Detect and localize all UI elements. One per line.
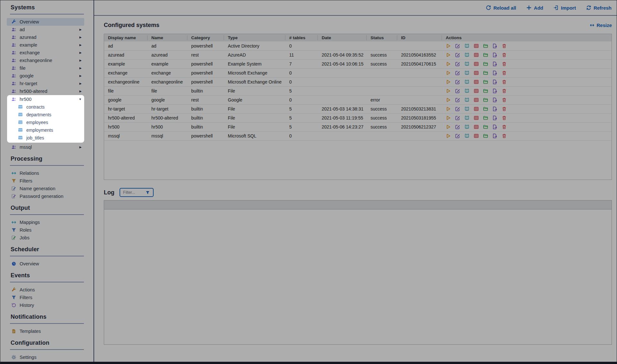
action-export-button[interactable] <box>492 133 497 138</box>
action-data-button[interactable] <box>474 88 479 93</box>
sidebar-subitem-employees[interactable]: employees <box>7 119 84 126</box>
action-open-button[interactable] <box>483 61 488 67</box>
table-row-exchange[interactable]: exchangeexchangepowershellMicrosoft Exch… <box>104 68 612 77</box>
action-data-button[interactable] <box>474 43 479 49</box>
table-row-azuread[interactable]: azureadazureadrestAzureAD112021-05-04 09… <box>104 50 612 59</box>
action-delete-button[interactable] <box>502 106 507 111</box>
sidebar-item-ad[interactable]: ad▶ <box>7 26 84 33</box>
action-export-button[interactable] <box>492 124 497 129</box>
sidebar-item-name-generation[interactable]: Name generation <box>7 185 84 192</box>
action-data-button[interactable] <box>474 70 479 75</box>
table-row-ad[interactable]: adadpowershellActive Directory0 <box>104 41 612 50</box>
sidebar-item-exchange[interactable]: exchange▶ <box>7 49 84 57</box>
action-browse-button[interactable] <box>464 133 469 138</box>
sidebar-item-azuread[interactable]: azuread▶ <box>7 33 84 41</box>
action-edit-button[interactable] <box>455 52 460 58</box>
sidebar-item-history[interactable]: History <box>7 301 84 309</box>
action-open-button[interactable] <box>483 115 488 120</box>
action-data-button[interactable] <box>474 79 479 84</box>
action-delete-button[interactable] <box>502 52 507 58</box>
action-edit-button[interactable] <box>455 43 460 49</box>
action-run-button[interactable] <box>446 124 451 129</box>
action-browse-button[interactable] <box>464 106 469 111</box>
action-run-button[interactable] <box>446 79 451 84</box>
action-open-button[interactable] <box>483 70 488 75</box>
sidebar-item-jobs[interactable]: Jobs <box>7 234 84 242</box>
sidebar-subitem-employments[interactable]: employments <box>7 126 84 134</box>
action-edit-button[interactable] <box>455 79 460 84</box>
action-run-button[interactable] <box>446 52 451 58</box>
action-browse-button[interactable] <box>464 115 469 120</box>
table-row-mssql[interactable]: mssqlmssqlpowershellMicrosoft SQL0 <box>104 131 612 140</box>
table-row-file[interactable]: filefilebuiltinFile5 <box>104 86 612 95</box>
action-data-button[interactable] <box>474 52 479 58</box>
sidebar-item-hr500[interactable]: hr500▼ <box>7 95 84 103</box>
action-open-button[interactable] <box>483 43 488 49</box>
action-delete-button[interactable] <box>502 115 507 120</box>
action-run-button[interactable] <box>446 106 451 111</box>
action-data-button[interactable] <box>474 61 479 67</box>
action-run-button[interactable] <box>446 70 451 75</box>
sidebar-item-google[interactable]: google▶ <box>7 72 84 80</box>
action-browse-button[interactable] <box>464 52 469 58</box>
action-browse-button[interactable] <box>464 70 469 75</box>
action-edit-button[interactable] <box>455 133 460 138</box>
action-browse-button[interactable] <box>464 88 469 93</box>
action-edit-button[interactable] <box>455 115 460 120</box>
sidebar-item-filters[interactable]: Filters <box>7 177 84 185</box>
action-open-button[interactable] <box>483 97 488 102</box>
action-data-button[interactable] <box>474 133 479 138</box>
action-browse-button[interactable] <box>464 79 469 84</box>
sidebar-item-file[interactable]: file▶ <box>7 64 84 72</box>
import-button[interactable]: Import <box>553 5 576 11</box>
resize-button[interactable]: Resize <box>590 22 612 28</box>
action-run-button[interactable] <box>446 88 451 93</box>
action-export-button[interactable] <box>492 106 497 111</box>
action-edit-button[interactable] <box>455 97 460 102</box>
action-browse-button[interactable] <box>464 43 469 49</box>
sidebar-item-actions[interactable]: Actions <box>7 286 84 294</box>
action-open-button[interactable] <box>483 106 488 111</box>
action-edit-button[interactable] <box>455 106 460 111</box>
table-row-hr-target[interactable]: hr-targethr-targetbuiltinFile52021-05-03… <box>104 104 612 113</box>
log-filter-input[interactable] <box>122 190 144 195</box>
sidebar-item-overview[interactable]: Overview <box>7 18 84 26</box>
sidebar-subitem-contracts[interactable]: contracts <box>7 103 84 111</box>
action-export-button[interactable] <box>492 70 497 75</box>
action-edit-button[interactable] <box>455 70 460 75</box>
action-edit-button[interactable] <box>455 61 460 67</box>
sidebar-subitem-departments[interactable]: departments <box>7 111 84 119</box>
action-export-button[interactable] <box>492 115 497 120</box>
add-button[interactable]: Add <box>526 5 543 11</box>
sidebar-item-hr-target[interactable]: hr-target▶ <box>7 80 84 87</box>
action-run-button[interactable] <box>446 115 451 120</box>
action-data-button[interactable] <box>474 115 479 120</box>
sidebar-item-templates[interactable]: Templates <box>7 327 84 335</box>
sidebar-item-hr500-altered[interactable]: hr500-altered▶ <box>7 87 84 95</box>
table-row-exchangeonline[interactable]: exchangeonlineexchangeonlinepowershellMi… <box>104 77 612 86</box>
sidebar-item-filters[interactable]: Filters <box>7 294 84 301</box>
action-delete-button[interactable] <box>502 61 507 67</box>
action-delete-button[interactable] <box>502 43 507 49</box>
refresh-button[interactable]: Refresh <box>586 5 612 11</box>
action-open-button[interactable] <box>483 124 488 129</box>
action-data-button[interactable] <box>474 106 479 111</box>
table-row-hr500-altered[interactable]: hr500-alteredhr500-alteredbuiltinFile520… <box>104 113 612 122</box>
action-browse-button[interactable] <box>464 61 469 67</box>
action-export-button[interactable] <box>492 52 497 58</box>
sidebar-item-settings[interactable]: Settings <box>7 353 84 361</box>
action-open-button[interactable] <box>483 79 488 84</box>
action-export-button[interactable] <box>492 88 497 93</box>
sidebar-item-example[interactable]: example▶ <box>7 41 84 49</box>
action-export-button[interactable] <box>492 79 497 84</box>
action-delete-button[interactable] <box>502 79 507 84</box>
action-export-button[interactable] <box>492 43 497 49</box>
action-edit-button[interactable] <box>455 88 460 93</box>
action-browse-button[interactable] <box>464 124 469 129</box>
sidebar-item-password-generation[interactable]: Password generation <box>7 192 84 200</box>
table-row-hr500[interactable]: hr500hr500builtinFile52021-05-06 14:23:2… <box>104 122 612 131</box>
action-open-button[interactable] <box>483 133 488 138</box>
sidebar-item-mappings[interactable]: Mappings <box>7 218 84 226</box>
sidebar-item-roles[interactable]: Roles <box>7 226 84 234</box>
table-row-google[interactable]: googlegooglerestGoogle0error <box>104 95 612 104</box>
